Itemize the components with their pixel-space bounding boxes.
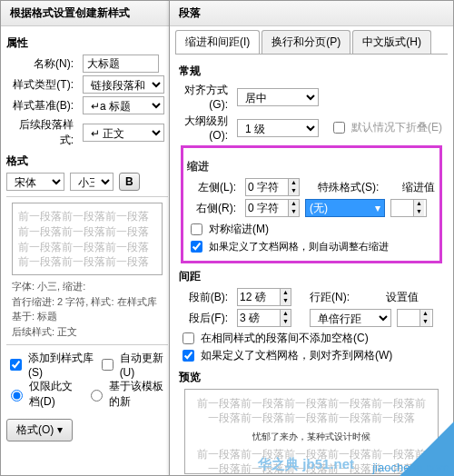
collapse-label: 默认情况下折叠(E): [351, 120, 442, 135]
auto-adjust-label: 如果定义了文档网格，则自动调整右缩进: [209, 240, 389, 253]
bold-button[interactable]: B: [119, 173, 140, 191]
auto-update-checkbox[interactable]: [102, 359, 114, 371]
base-label: 样式基准(B):: [6, 98, 77, 114]
watermark-text: jiaocheng.com: [372, 461, 449, 474]
format-button[interactable]: 格式(O) ▾: [6, 419, 73, 441]
auto-adjust-checkbox[interactable]: [191, 241, 202, 253]
spin-up-icon: ▲: [288, 179, 299, 187]
preview-header: 预览: [179, 370, 444, 385]
setval-label: 设置值: [386, 290, 419, 305]
nospace-label: 在相同样式的段落间不添加空格(C): [201, 331, 369, 346]
new-style-dialog: 根据格式设置创建新样式 属性 名称(N): 样式类型(T):链接段落和字符 样式…: [0, 0, 174, 476]
base-select[interactable]: ↵a 标题: [83, 96, 164, 114]
left-indent-spinner[interactable]: ▲▼: [245, 178, 300, 196]
add-to-style-label: 添加到样式库(S): [28, 351, 94, 379]
outline-select[interactable]: 1 级: [237, 119, 319, 137]
align-select[interactable]: 居中: [237, 88, 319, 106]
before-label: 段前(B):: [179, 290, 232, 305]
mirror-indent-checkbox[interactable]: [191, 223, 202, 235]
indent-val-label: 缩进值: [402, 180, 435, 195]
add-to-style-checkbox[interactable]: [10, 359, 22, 371]
snapgrid-checkbox[interactable]: [183, 350, 194, 362]
name-label: 名称(N):: [6, 56, 77, 72]
font-select[interactable]: 宋体: [6, 173, 64, 191]
indent-val-spinner[interactable]: ▲▼: [390, 199, 427, 217]
outline-label: 大纲级别(O):: [179, 114, 232, 142]
paragraph-dialog: 段落 缩进和间距(I) 换行和分页(P) 中文版式(H) 常规 对齐方式(G):…: [169, 0, 454, 476]
tab-line-page[interactable]: 换行和分页(P): [262, 30, 350, 54]
snapgrid-label: 如果定义了文档网格，则对齐到网格(W): [201, 348, 392, 363]
name-input[interactable]: [83, 55, 159, 73]
general-header: 常规: [179, 64, 444, 79]
type-select[interactable]: 链接段落和字符: [83, 75, 164, 94]
style-preview: 前一段落前一段落前一段落前一段落前一段落前一段落前一段落前一段落前一段落前一段落…: [12, 203, 163, 275]
properties-header: 属性: [6, 35, 168, 51]
spin-down-icon: ▼: [288, 187, 299, 195]
style-summary: 字体: 小三, 缩进: 首行缩进: 2 字符, 样式: 在样式库 基于: 标题 …: [12, 279, 163, 339]
special-label: 特殊格式(S):: [318, 180, 379, 195]
indent-header: 缩进: [187, 159, 436, 174]
only-doc-radio[interactable]: [11, 390, 23, 402]
setval-spinner[interactable]: ▲▼: [397, 309, 433, 327]
after-label: 段后(F):: [179, 311, 232, 326]
linesp-select[interactable]: 单倍行距: [310, 309, 391, 327]
spacing-header: 间距: [179, 269, 444, 284]
linesp-label: 行距(N):: [310, 290, 350, 305]
mirror-indent-label: 对称缩进(M): [209, 222, 269, 237]
tab-indent-spacing[interactable]: 缩进和间距(I): [175, 30, 260, 54]
watermark-text-2: 华之典 jb51.net: [258, 456, 354, 473]
only-doc-label: 仅限此文档(D): [29, 379, 83, 410]
nospace-checkbox[interactable]: [183, 332, 194, 344]
paragraph-title: 段落: [170, 1, 453, 26]
type-label: 样式类型(T):: [6, 77, 77, 93]
right-indent-spinner[interactable]: ▲▼: [245, 199, 300, 217]
format-header: 格式: [6, 154, 168, 169]
template-radio[interactable]: [91, 390, 103, 402]
follow-select[interactable]: ↵ 正文: [83, 124, 164, 142]
auto-update-label: 自动更新(U): [120, 351, 168, 379]
fontsize-select[interactable]: 小三: [70, 173, 114, 191]
collapse-checkbox[interactable]: [333, 122, 345, 134]
left-indent-label: 左侧(L):: [187, 180, 240, 195]
indent-highlight: 缩进 左侧(L): ▲▼ 特殊格式(S): 缩进值 右侧(R): ▲▼ (无)▾…: [181, 145, 442, 263]
after-spinner[interactable]: ▲▼: [237, 309, 291, 327]
align-label: 对齐方式(G):: [179, 83, 232, 111]
special-select[interactable]: (无)▾: [305, 199, 385, 217]
template-label: 基于该模板的新: [109, 379, 168, 410]
dialog-title: 根据格式设置创建新样式: [1, 1, 173, 26]
tab-chinese[interactable]: 中文版式(H): [352, 30, 431, 54]
before-spinner[interactable]: ▲▼: [237, 288, 291, 306]
right-indent-label: 右侧(R):: [187, 201, 240, 216]
tab-bar: 缩进和间距(I) 换行和分页(P) 中文版式(H): [175, 30, 448, 55]
follow-label: 后续段落样式:: [6, 117, 77, 148]
